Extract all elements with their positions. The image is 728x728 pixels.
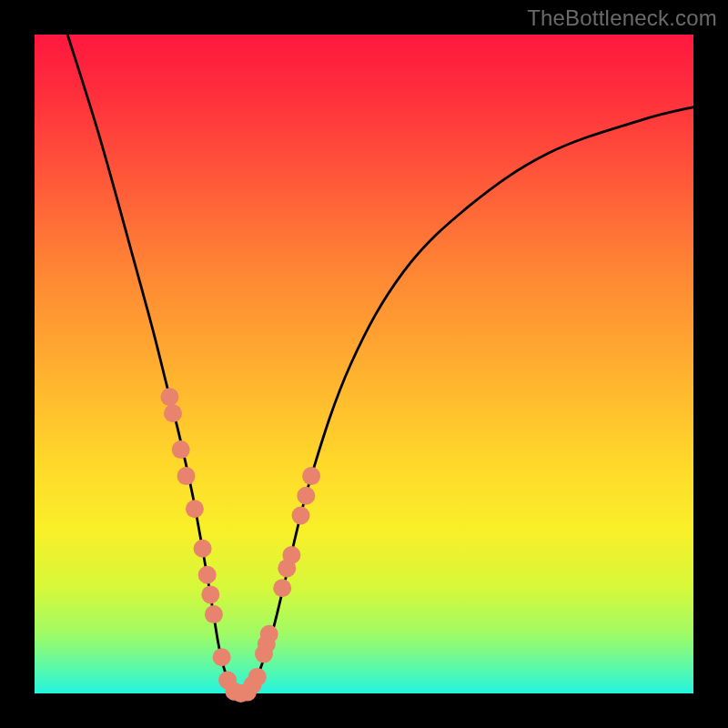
data-point bbox=[297, 487, 315, 505]
chart-frame: TheBottleneck.com bbox=[0, 0, 728, 728]
data-point bbox=[213, 648, 231, 666]
data-point bbox=[260, 625, 278, 643]
data-point bbox=[282, 546, 300, 564]
data-point bbox=[244, 676, 262, 694]
data-point bbox=[172, 440, 190, 459]
data-point bbox=[198, 566, 217, 584]
data-point bbox=[194, 540, 212, 558]
data-point bbox=[273, 579, 291, 597]
curve-line bbox=[67, 35, 693, 694]
data-point bbox=[205, 605, 223, 623]
watermark-text: TheBottleneck.com bbox=[527, 5, 717, 31]
data-point bbox=[302, 467, 320, 485]
plot-area bbox=[35, 35, 693, 693]
chart-svg bbox=[35, 35, 693, 693]
data-point bbox=[201, 585, 219, 603]
data-point bbox=[164, 404, 182, 422]
data-point bbox=[292, 507, 310, 525]
data-points bbox=[160, 388, 320, 703]
data-point bbox=[186, 500, 204, 518]
data-point bbox=[177, 467, 196, 485]
data-point bbox=[160, 388, 178, 406]
